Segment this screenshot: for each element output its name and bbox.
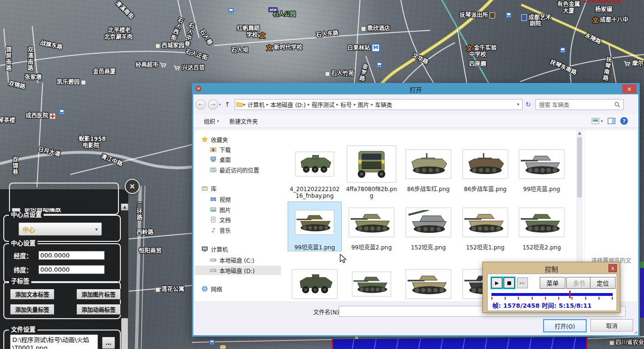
nav-item-label: 图片 [219, 206, 231, 214]
file-name: 4_20120222210216_fnbay.png [288, 186, 341, 199]
picture-icon [210, 206, 217, 213]
file-path-field[interactable]: D:\程序测试\标号\动画\火焰 \T0001.png [10, 334, 98, 349]
panel-scroll-thumb[interactable] [121, 318, 128, 349]
mail-icon [220, 342, 226, 349]
nav-item-本地磁盘 (D:)[interactable]: 本地磁盘 (D:) [195, 266, 281, 275]
slider-marker[interactable] [569, 291, 571, 298]
dialog-titlebar[interactable]: 打开 [193, 84, 638, 94]
latitude-field[interactable] [38, 265, 105, 274]
forward-button[interactable]: → [208, 100, 218, 110]
nav-item-网络[interactable]: 网络 [195, 284, 281, 294]
new-folder-button[interactable]: 新建文件夹 [229, 117, 258, 125]
preview-pane-icon[interactable] [608, 118, 616, 124]
file-item[interactable]: 152坦克2.png [515, 202, 568, 251]
label-settings-panel: 是否自动播放 中心点设置 中心 ▾ 中心设置 经度： 纬度： 子标签 添加文本标… [0, 189, 129, 349]
bus-icon [209, 337, 215, 346]
panel-close-button[interactable]: × [125, 179, 140, 194]
scroll-up-icon[interactable]: ▲ [576, 130, 583, 137]
nav-item-本地磁盘 (C:)[interactable]: 本地磁盘 (C:) [195, 255, 281, 265]
file-item[interactable]: 99坦克蓝1.png [288, 202, 341, 251]
file-thumbnail [352, 272, 391, 296]
file-item[interactable]: 152坦克1.png [459, 202, 512, 251]
breadcrumb-segment[interactable]: 标号 [339, 101, 353, 109]
center-point-dropdown[interactable]: 中心 ▾ [18, 222, 102, 236]
longitude-row: 经度： [14, 251, 105, 260]
panel-scrollbar[interactable]: ▲ [121, 203, 128, 349]
refresh-icon[interactable]: ↻ [526, 101, 531, 108]
open-button[interactable]: 打开(O) [543, 319, 587, 332]
file-item[interactable]: 4ffa78080f82b.png [345, 144, 398, 199]
sublabel-title: 子标签 [9, 278, 31, 285]
nav-item-音乐[interactable]: ♪音乐 [195, 225, 281, 235]
map-label: 白果林站M [347, 44, 380, 52]
breadcrumb-segment[interactable]: 图片 [356, 101, 371, 109]
nav-item-下载[interactable]: 下载 [195, 145, 281, 154]
slider-tick [532, 297, 533, 300]
file-item[interactable]: 99坦克蓝2.png [345, 202, 398, 251]
map-label: 剧院 [530, 21, 541, 27]
breadcrumb[interactable]: ▸计算机▸本地磁盘 (D:)▸程序测试▸标号▸图片▸车辆类▾ [235, 99, 523, 110]
list-scroll-thumb[interactable] [577, 137, 582, 198]
file-item[interactable]: 152坦克.png [402, 202, 455, 251]
file-item[interactable] [345, 264, 398, 304]
add-label-button[interactable]: 添加图片标签 [76, 289, 121, 300]
nav-item-图片[interactable]: 图片 [195, 205, 281, 214]
map-time-overlay: 5:15/8:11 [584, 0, 622, 4]
breadcrumb-segment[interactable]: 程序测试 [310, 101, 336, 109]
file-settings-group: 文件设置 D:\程序测试\标号\动画\火焰 \T0001.png … [3, 330, 121, 349]
bus-icon [560, 45, 565, 54]
nav-item-最近访问的位置[interactable]: 最近访问的位置 [195, 165, 281, 174]
menu-button[interactable]: 菜单 [540, 277, 565, 289]
step-button[interactable]: ▶▶ [517, 277, 528, 288]
views-icon[interactable]: ▾ [591, 118, 603, 124]
control-close-button[interactable]: x [608, 264, 617, 272]
file-thumbnail [349, 208, 394, 237]
slider-track[interactable] [491, 293, 613, 296]
file-item[interactable] [402, 264, 455, 304]
locate-button[interactable]: 定位 [590, 277, 616, 289]
up-button[interactable]: ↑ [225, 101, 230, 108]
add-label-button[interactable]: 添加文本标签 [10, 289, 54, 300]
resize-grip[interactable]: ◢ [634, 330, 637, 334]
nav-item-桌面[interactable]: 桌面 [195, 155, 281, 164]
longitude-field[interactable] [38, 251, 105, 260]
stop-button[interactable]: ■ [504, 277, 515, 288]
search-input[interactable]: 搜索 车辆类 [535, 99, 624, 110]
file-item[interactable]: 99坦克蓝.png [515, 144, 568, 193]
breadcrumb-segment[interactable]: 车辆类 [373, 101, 393, 109]
organize-button[interactable]: 组织 ▾ [204, 117, 219, 125]
multi-section-button[interactable]: 多节 [566, 277, 592, 289]
address-dropdown-icon[interactable]: ▾ [515, 102, 521, 107]
nav-pane: 收藏夹下载桌面最近访问的位置库视频图片文档♪音乐计算机本地磁盘 (C:)本地磁盘… [195, 130, 281, 304]
nav-item-收藏夹[interactable]: 收藏夹 [195, 135, 281, 144]
nav-item-库[interactable]: 库 [195, 184, 281, 193]
nav-item-文档[interactable]: 文档 [195, 215, 281, 224]
add-label-button[interactable]: 添加动画标签 [76, 304, 121, 315]
add-label-button[interactable]: 添加失量标签 [10, 304, 54, 315]
file-item[interactable]: 86步战车红.png [402, 144, 455, 193]
bus-icon [59, 107, 64, 116]
dialog-close-button[interactable]: × [622, 84, 636, 93]
latitude-label: 纬度： [14, 265, 35, 274]
file-item[interactable]: 4_20120222210216_fnbay.png [288, 144, 341, 199]
map-label: 兴达百货 [173, 65, 205, 71]
map-vector-strip [640, 262, 644, 318]
help-icon[interactable]: ? [620, 117, 628, 125]
file-item[interactable]: 86步战车蓝.png [459, 144, 512, 193]
browse-button[interactable]: … [102, 337, 115, 349]
file-name: 86步战车蓝.png [459, 186, 512, 193]
history-dropdown-icon[interactable]: ▾ [219, 102, 221, 107]
back-button[interactable]: ← [196, 100, 206, 110]
breadcrumb-segment[interactable]: 本地磁盘 (D:) [269, 101, 307, 109]
play-button[interactable]: ▶ [491, 277, 502, 288]
breadcrumb-segment[interactable]: 计算机 [246, 101, 266, 109]
nav-item-视频[interactable]: 视频 [195, 194, 281, 204]
nav-item-计算机[interactable]: 计算机 [195, 244, 281, 254]
playback-slider[interactable] [491, 292, 613, 301]
slider-tick [612, 297, 613, 300]
map-label: 张家墩 [25, 74, 42, 81]
file-item[interactable] [288, 264, 341, 304]
scroll-up-icon[interactable]: ▲ [121, 203, 128, 211]
cancel-button[interactable]: 取消 [590, 319, 633, 331]
screen: { "map": { "partial_time_text": "5:15/8:… [0, 0, 644, 349]
